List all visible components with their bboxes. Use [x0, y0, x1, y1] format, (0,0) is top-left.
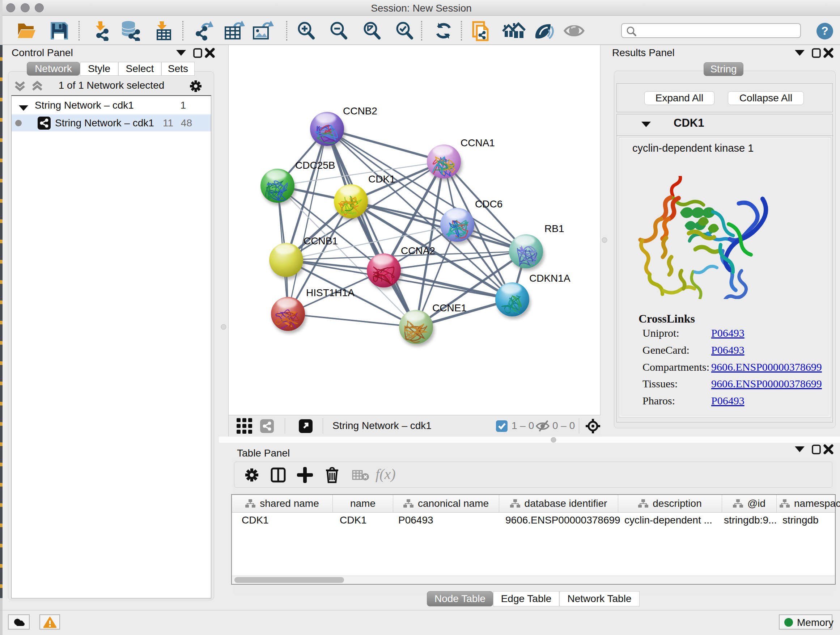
svg-text:CDC25B: CDC25B	[295, 160, 335, 171]
svg-text:CCNA1: CCNA1	[461, 137, 495, 149]
svg-text:RB1: RB1	[545, 223, 564, 234]
svg-text:CCNA2: CCNA2	[401, 245, 435, 256]
svg-text:CDK1: CDK1	[368, 173, 395, 185]
svg-text:CCNB1: CCNB1	[303, 235, 338, 247]
svg-text:?: ?	[821, 24, 829, 37]
svg-text:CCNE1: CCNE1	[432, 302, 467, 314]
svg-text:CCNB2: CCNB2	[343, 105, 377, 117]
svg-text:CDKN1A: CDKN1A	[529, 272, 570, 284]
svg-text:HIST1H1A: HIST1H1A	[306, 287, 355, 298]
svg-text:CDC6: CDC6	[475, 198, 502, 210]
